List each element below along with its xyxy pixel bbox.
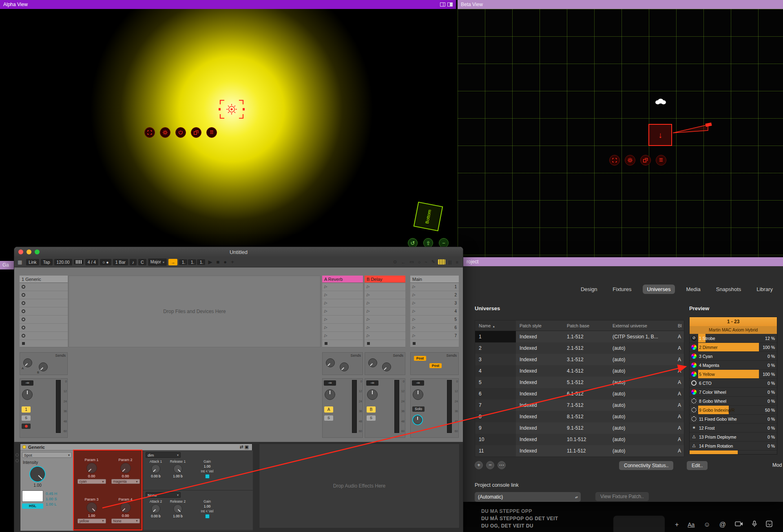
stop-all-row[interactable] [410,340,459,347]
column-header[interactable]: Patch style [516,320,563,331]
scene-launch-icon[interactable]: ▷ [412,334,415,338]
hot-swap-icon[interactable]: ⇄ [239,444,244,449]
clip-slot[interactable]: ▷ [365,291,405,299]
device-titlebar[interactable]: Generic ⇄▣ [20,444,252,450]
link-button[interactable]: Link [26,259,39,265]
clip-slot[interactable] [20,332,68,340]
preview-channel-row[interactable]: △13 Prism Deployme0 % [690,433,777,441]
clip-slot[interactable]: ▷ [322,291,363,299]
clip-slot[interactable] [20,299,68,307]
preview-channel-row[interactable]: ⊘1 Strobe12 % [690,334,777,343]
main-track-header[interactable]: Main [410,276,459,283]
fixture-duplicate-icon[interactable] [191,127,201,138]
release-control[interactable]: Release 11.00 b [167,459,189,479]
clip-slot[interactable]: ▷ [365,316,405,324]
universe-row[interactable]: 11Indexed11.1-512(auto)A [475,445,684,457]
loop-icon[interactable]: ▭ [408,259,415,265]
clip-stop-button[interactable] [22,285,25,289]
solo-mode-button[interactable]: Solo [412,406,425,412]
clip-slot[interactable] [20,316,68,324]
int-vel-checkbox[interactable] [205,474,210,479]
scene-launch-icon[interactable]: ▷ [412,318,415,321]
param-target-chooser[interactable]: None▾ [111,519,140,523]
fixture-select-icon[interactable] [144,127,155,138]
clip-stop-button[interactable] [22,318,25,321]
fixture-3d-body[interactable]: ↓ [648,124,672,146]
drop-files-area[interactable]: Drop Files and Devices Here [69,276,321,347]
fixture-list-icon[interactable] [656,155,666,166]
scene-slot[interactable]: ▷3 [410,299,459,307]
clip-slot[interactable] [20,283,68,291]
connectivity-status-button[interactable]: Connectivity Status.. [619,461,673,470]
volume-display[interactable]: -∞ [324,380,336,386]
track-activator[interactable]: 1 [22,406,31,413]
release-knob[interactable] [173,504,182,513]
param-knob[interactable] [86,463,97,473]
universe-row[interactable]: 7Indexed7.1-512(auto)A [475,400,684,411]
column-header[interactable]: External universe [609,320,674,331]
tempo-display[interactable]: 120.00 [54,259,72,265]
clip-slot[interactable]: ▷ [322,307,363,316]
clip-slot[interactable]: ▷ [322,316,363,324]
midi-keyboard-icon[interactable] [438,259,445,265]
fixture-type-chooser[interactable]: Spot ▾ [22,452,72,458]
param-knob[interactable] [86,502,97,513]
send-a-knob[interactable] [23,358,32,367]
key-map-icon[interactable]: ||| [447,260,453,265]
volume-display[interactable]: -∞ [21,380,33,386]
clip-slot[interactable]: ▷ [322,332,363,340]
param-target-chooser[interactable]: magenta▾ [111,479,140,484]
fullscreen-icon[interactable] [447,2,453,7]
intensity-knob[interactable] [30,467,45,481]
clip-slot[interactable]: ▷ [365,324,405,332]
console-select[interactable]: (Automatic) ▴▾ [475,492,581,502]
hsl-mode-button[interactable]: HSL [22,503,43,509]
attack-knob[interactable] [151,504,160,513]
arrangement-position[interactable]: 1.1.1. [179,259,205,265]
attack-control[interactable]: Attack 10.00 b [145,459,167,479]
return-a-header[interactable]: A Reverb [322,276,363,283]
clip-slot[interactable] [20,324,68,332]
quantize-menu[interactable]: 1 Bar [113,259,128,265]
stop-all-row[interactable] [365,340,405,347]
param-knob[interactable] [120,463,131,473]
slot-play-icon[interactable]: ▷ [367,293,369,297]
slot-play-icon[interactable]: ▷ [324,326,327,329]
play-button[interactable]: ▶ [207,259,213,265]
track-activator[interactable]: A [324,406,333,413]
fixture-power-icon[interactable] [175,127,186,138]
attack-knob[interactable] [151,464,160,473]
universe-row[interactable]: 6Indexed6.1-512(auto)A [475,388,684,400]
arm-button[interactable] [22,424,31,429]
volume-display[interactable]: -∞ [366,380,378,386]
more-options-button[interactable]: ⋯ [498,461,506,469]
preview-channel-row[interactable]: ∗12 Frost0 % [690,424,777,433]
capture-midi-button[interactable]: + [230,259,235,265]
send-a-knob[interactable] [326,358,335,367]
live-titlebar[interactable]: Untitled [14,247,463,257]
panel-grid-icon[interactable]: ▦ [18,259,22,265]
track-header[interactable]: 1 Generic [20,276,68,283]
int-vel-checkbox[interactable] [205,514,210,519]
clip-stop-button[interactable] [22,301,25,305]
tab-universes[interactable]: Universes [643,285,675,294]
slot-play-icon[interactable]: ▷ [367,309,369,313]
slot-play-icon[interactable]: ▷ [324,334,327,338]
preview-range-header[interactable]: 1 - 23 [690,317,777,326]
envelope-chooser[interactable]: dim▾ [146,452,181,458]
emoji-icon[interactable]: ☺ [703,521,710,528]
microphone-icon[interactable] [752,521,757,529]
param-target-chooser[interactable]: cyan▾ [77,479,106,484]
track-activator[interactable]: B [367,406,376,413]
slot-play-icon[interactable]: ▷ [367,326,369,329]
color-swatch[interactable] [22,490,43,502]
universe-row[interactable]: 9Indexed9.1-512(auto)A [475,422,684,434]
clip-stop-button[interactable] [22,326,25,329]
gamma-view-titlebar[interactable]: Ga [0,261,14,269]
solo-button[interactable]: S [367,415,376,421]
view-fixture-patch-button[interactable]: View Fixture Patch.. [595,492,649,501]
send-b-knob[interactable] [382,362,391,371]
metronome-button[interactable]: ○ ● [100,259,111,265]
clip-slot[interactable] [20,291,68,299]
scale-mode-button[interactable]: ♪ [130,259,137,265]
